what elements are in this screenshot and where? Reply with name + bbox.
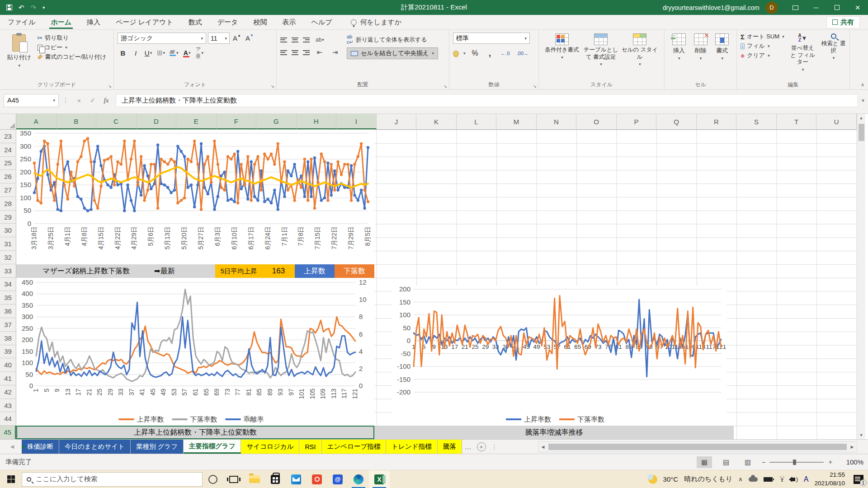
column-header-K[interactable]: K (416, 114, 457, 129)
cancel-icon[interactable]: × (72, 97, 86, 104)
tray-expand-icon[interactable]: ∧ (738, 476, 743, 483)
view-normal-icon[interactable]: ▦ (697, 456, 712, 468)
copy-button[interactable]: コピー ▾ (38, 43, 106, 52)
zoom-out-icon[interactable]: − (762, 459, 765, 466)
row-header-31[interactable]: 31 (0, 237, 16, 251)
close-button[interactable]: × (847, 0, 868, 15)
name-box[interactable]: A45▾ (4, 94, 59, 107)
volume-icon[interactable] (792, 478, 795, 481)
menu-tab-6[interactable]: 校閲 (245, 15, 274, 30)
column-header-G[interactable]: G (256, 114, 297, 129)
comma-icon[interactable]: , (485, 48, 495, 59)
alignment-dialog-launcher-icon[interactable]: ↘ (443, 84, 447, 89)
align-middle-icon[interactable] (292, 36, 298, 43)
column-header-A[interactable]: A (16, 114, 57, 129)
paste-button[interactable]: 貼り付け ▾ (4, 33, 35, 70)
row-header-33[interactable]: 33 (0, 264, 16, 278)
row-header-37[interactable]: 37 (0, 318, 16, 332)
add-sheet-icon[interactable]: ＋ (477, 442, 486, 451)
share-button[interactable]: 共有 (826, 16, 860, 28)
sheet-tab-2[interactable]: 業種別 グラフ (131, 440, 184, 454)
decrease-font-icon[interactable]: A▼ (244, 33, 255, 44)
increase-indent-icon[interactable]: ⇥ (330, 47, 340, 58)
avg-rise-cell[interactable]: 5日平均上昇 163 (215, 264, 295, 278)
banner-row45-right[interactable]: 騰落率増減率推移 (374, 426, 734, 439)
banner-row45-left[interactable]: 上昇率上位銘柄数・下降率上位変動数 (16, 426, 374, 439)
increase-font-icon[interactable]: A▲ (231, 33, 242, 44)
menu-tab-5[interactable]: データ (210, 15, 246, 30)
undo-icon[interactable]: ↶ (19, 4, 24, 12)
align-center-icon[interactable] (292, 49, 298, 56)
underline-button[interactable]: U▾ (143, 47, 154, 58)
row-header-34[interactable]: 34 (0, 278, 16, 291)
file-explorer-button[interactable] (244, 470, 265, 488)
find-select-button[interactable]: 検索と 選択▾ (821, 33, 846, 80)
clock[interactable]: 21:55 2021/08/10 (814, 471, 845, 487)
clear-button[interactable]: ◆クリア▾ (741, 52, 784, 60)
sheet-tab-1[interactable]: 今日のまとめサイト (59, 440, 131, 454)
conditional-formatting-button[interactable]: 条件付き書式▾ (542, 33, 581, 80)
view-page-layout-icon[interactable]: ▤ (718, 456, 734, 468)
row-header-39[interactable]: 39 (0, 345, 16, 359)
column-header-D[interactable]: D (137, 114, 177, 129)
row-header-38[interactable]: 38 (0, 332, 16, 345)
format-as-table-button[interactable]: テーブルとして 書式設定▾ (581, 33, 620, 80)
column-header-L[interactable]: L (457, 114, 497, 129)
chart-mothers-updown[interactable]: 0501001502002503003503月18日3月25日4月1日4月8日4… (16, 130, 374, 264)
align-bottom-icon[interactable] (303, 36, 310, 43)
orientation-icon[interactable]: ab▾ (314, 34, 326, 45)
insert-function-icon[interactable]: fx (99, 97, 113, 104)
view-page-break-icon[interactable]: ▥ (740, 456, 755, 468)
minimize-button[interactable]: ─ (806, 0, 826, 15)
column-header-Q[interactable]: Q (656, 114, 697, 129)
sheet-tab-4[interactable]: サイコロジカル (241, 440, 299, 454)
currency-icon[interactable] (453, 51, 459, 56)
column-header-F[interactable]: F (217, 114, 257, 129)
column-header-M[interactable]: M (496, 114, 537, 129)
banner-mothers-title-cell[interactable]: マザーズ銘柄上昇数下落数 ➡最新 (16, 264, 215, 278)
tell-me-box[interactable]: 何をしますか (351, 18, 402, 27)
row-header-42[interactable]: 42 (0, 385, 16, 399)
autosum-button[interactable]: Σオート SUM▾ (741, 33, 784, 41)
excel-taskbar-button[interactable]: X (369, 470, 390, 488)
row-header-40[interactable]: 40 (0, 358, 16, 372)
row-header-41[interactable]: 41 (0, 372, 16, 385)
column-header-H[interactable]: H (297, 114, 337, 129)
hscroll-right-icon[interactable]: ▶ (848, 445, 857, 449)
align-top-icon[interactable] (280, 36, 287, 43)
sheet-tab-7[interactable]: トレンド指標 (386, 440, 437, 454)
insert-cells-button[interactable]: 挿入▾ (668, 33, 690, 80)
column-header-S[interactable]: S (736, 114, 777, 129)
fall-count-cell[interactable]: 下落数 (335, 264, 374, 278)
row-header-30[interactable]: 30 (0, 224, 16, 237)
delete-cells-button[interactable]: 削除▾ (690, 33, 712, 80)
chart-advance-decline[interactable]: -200-150-100-500501001502001591317212529… (392, 286, 726, 426)
bold-button[interactable]: B (118, 47, 128, 58)
fill-button[interactable]: ↓フィル▾ (741, 42, 784, 50)
account-email[interactable]: dryyourtearswithlove1@gmail.com (663, 4, 760, 11)
task-view-button[interactable] (223, 470, 244, 488)
row-header-43[interactable]: 43 (0, 399, 16, 413)
avatar[interactable]: D (766, 2, 778, 14)
decrease-decimal-icon[interactable]: .00→ (515, 48, 530, 59)
qat-customize-icon[interactable]: ▾ (42, 5, 45, 10)
red-app-button[interactable] (307, 470, 327, 488)
row-header-32[interactable]: 32 (0, 251, 16, 264)
horizontal-scrollbar[interactable]: ◀ ▶ (538, 441, 857, 452)
ribbon-display-options-icon[interactable] (785, 0, 806, 15)
rise-count-cell[interactable]: 上昇数 (295, 264, 335, 278)
row-header-25[interactable]: 25 (0, 157, 16, 170)
taskbar-search[interactable]: ここに入力して検索 (22, 472, 203, 487)
scroll-down-icon[interactable]: ▼ (857, 431, 865, 439)
menu-tab-4[interactable]: 数式 (181, 15, 210, 30)
column-header-U[interactable]: U (816, 114, 857, 129)
number-dialog-launcher-icon[interactable]: ↘ (533, 84, 537, 89)
mail-button[interactable] (286, 470, 307, 488)
battery-icon[interactable] (764, 477, 773, 482)
paste-dropdown-icon[interactable]: ▾ (19, 63, 21, 68)
sheet-tabs-more[interactable]: … (465, 443, 472, 450)
store-button[interactable] (265, 470, 286, 488)
weather-icon[interactable] (648, 475, 657, 484)
row-header-44[interactable]: 44 (0, 412, 16, 426)
maximize-button[interactable] (826, 0, 847, 15)
